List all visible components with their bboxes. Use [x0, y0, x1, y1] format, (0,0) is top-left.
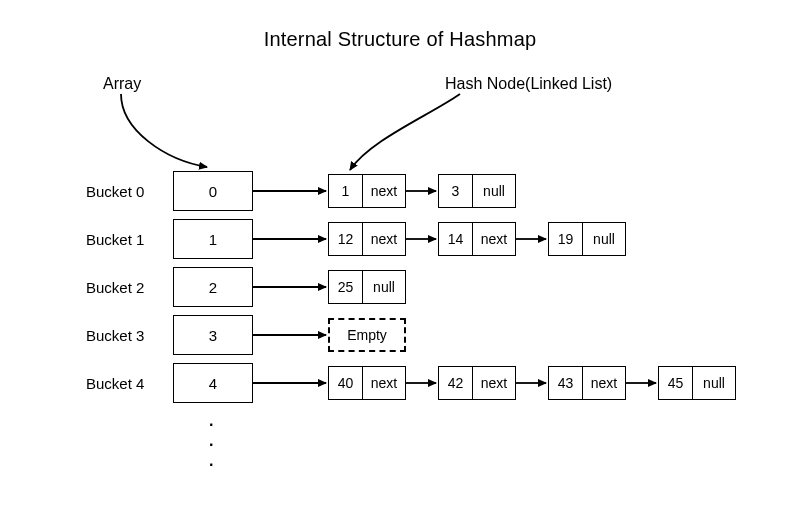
- arrow-array-pointer: [121, 94, 207, 167]
- node-value: 42: [439, 367, 473, 399]
- ellipsis-dot: .: [209, 452, 213, 470]
- node-pointer: null: [473, 175, 515, 207]
- node-pointer: next: [473, 223, 515, 255]
- node-pointer: next: [363, 175, 405, 207]
- diagram-canvas: Internal Structure of Hashmap Array Hash…: [0, 0, 800, 508]
- bucket-3-label: Bucket 3: [86, 327, 144, 344]
- hashnode-label: Hash Node(Linked List): [445, 75, 612, 93]
- bucket-cell-2: 2: [173, 267, 253, 307]
- node-0-0: 1 next: [328, 174, 406, 208]
- node-2-0: 25 null: [328, 270, 406, 304]
- bucket-2-label: Bucket 2: [86, 279, 144, 296]
- array-label: Array: [103, 75, 141, 93]
- bucket-4-label: Bucket 4: [86, 375, 144, 392]
- node-4-0: 40 next: [328, 366, 406, 400]
- node-3-empty: Empty: [328, 318, 406, 352]
- node-pointer: next: [363, 223, 405, 255]
- node-pointer: null: [583, 223, 625, 255]
- node-value: 14: [439, 223, 473, 255]
- node-0-1: 3 null: [438, 174, 516, 208]
- bucket-cell-4: 4: [173, 363, 253, 403]
- node-pointer: next: [583, 367, 625, 399]
- node-value: 19: [549, 223, 583, 255]
- arrow-hashnode-pointer: [350, 94, 460, 170]
- node-value: 25: [329, 271, 363, 303]
- node-value: 12: [329, 223, 363, 255]
- bucket-1-label: Bucket 1: [86, 231, 144, 248]
- node-pointer: next: [473, 367, 515, 399]
- ellipsis-dot: .: [209, 432, 213, 450]
- node-value: 40: [329, 367, 363, 399]
- node-1-1: 14 next: [438, 222, 516, 256]
- node-pointer: null: [693, 367, 735, 399]
- diagram-title: Internal Structure of Hashmap: [0, 28, 800, 51]
- bucket-cell-1: 1: [173, 219, 253, 259]
- node-1-2: 19 null: [548, 222, 626, 256]
- bucket-0-label: Bucket 0: [86, 183, 144, 200]
- bucket-cell-3: 3: [173, 315, 253, 355]
- node-value: 1: [329, 175, 363, 207]
- ellipsis-dot: .: [209, 412, 213, 430]
- node-value: 43: [549, 367, 583, 399]
- node-4-2: 43 next: [548, 366, 626, 400]
- node-value: 3: [439, 175, 473, 207]
- node-pointer: next: [363, 367, 405, 399]
- node-4-1: 42 next: [438, 366, 516, 400]
- node-pointer: null: [363, 271, 405, 303]
- bucket-cell-0: 0: [173, 171, 253, 211]
- node-1-0: 12 next: [328, 222, 406, 256]
- node-4-3: 45 null: [658, 366, 736, 400]
- node-value: 45: [659, 367, 693, 399]
